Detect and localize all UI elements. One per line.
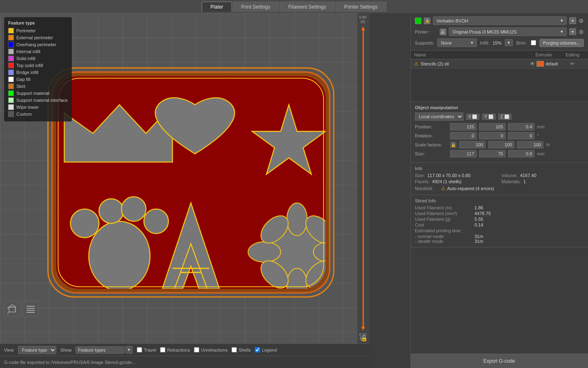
right-panel: 🔒 Verbatim BVOH ▾ ▾ ⚙ Printer : 🖨 Origin… <box>410 13 588 368</box>
size-unit: mm <box>537 151 547 156</box>
view-select[interactable]: Feature type <box>18 346 56 354</box>
svg-point-18 <box>248 242 281 262</box>
legend-top-solid-infill: Top solid infill <box>8 63 68 68</box>
printer-settings-dropdown[interactable]: ▾ <box>569 28 576 35</box>
object-list-section: Name Extruder Editing ⚠ Stencils (2).stl… <box>411 51 588 102</box>
edit-icon[interactable]: ✏ <box>570 61 575 67</box>
manipulation-title: Object manipulation <box>415 105 584 110</box>
scale-z-input[interactable] <box>517 141 543 148</box>
used-filament-mm3-value: 4478.75 <box>474 211 491 216</box>
rotation-z-input[interactable] <box>508 132 535 139</box>
purging-volumes-button[interactable]: Purging volumes... <box>539 39 584 47</box>
info-grid: Size: 117.00 x 75.00 x 0.80 Volume: 4167… <box>415 173 584 184</box>
printer-icon: 🖨 <box>440 29 446 35</box>
est-time-label: Estimated printing time: <box>415 228 472 233</box>
svg-marker-26 <box>9 305 16 307</box>
shells-checkbox[interactable] <box>232 347 237 352</box>
filament-lock-icon: 🔒 <box>424 18 430 24</box>
filament-section: 🔒 Verbatim BVOH ▾ ▾ ⚙ Printer : 🖨 Origin… <box>411 13 588 51</box>
3d-viewport[interactable]: Feature type Perimeter External perimete… <box>0 13 370 343</box>
filament-gear-button[interactable]: ⚙ <box>579 18 584 24</box>
svg-point-10 <box>70 209 99 238</box>
legend-checkbox[interactable] <box>255 347 260 352</box>
rotation-row: Rotation: ° <box>415 132 584 139</box>
tab-print-settings[interactable]: Print Settings <box>233 2 279 12</box>
printer-gear-button[interactable]: ⚙ <box>579 29 584 35</box>
position-label: Position: <box>415 124 448 129</box>
legend-color-gap-fill <box>8 76 14 82</box>
retractions-checkbox[interactable] <box>160 347 165 352</box>
3d-view-button[interactable] <box>4 301 20 317</box>
legend-color-perimeter <box>8 28 14 34</box>
cost-value: 0.14 <box>474 222 483 227</box>
infill-dropdown-btn[interactable]: ▾ <box>505 39 513 46</box>
legend-perimeter: Perimeter <box>8 28 68 34</box>
used-filament-g-label: Used Filament (g) <box>415 217 472 222</box>
legend-title: Feature type <box>8 20 68 25</box>
size-x-input[interactable] <box>450 150 477 157</box>
unretractions-checkbox[interactable] <box>194 347 199 352</box>
status-bar: G-code file exported to /Volumes/PRUSA/6… <box>0 356 370 368</box>
layers-view-button[interactable] <box>22 301 39 317</box>
export-gcode-button[interactable]: Export G-code <box>410 354 588 368</box>
scale-x-input[interactable] <box>459 141 486 148</box>
coordinate-system-select[interactable]: Local coordinates <box>415 112 463 121</box>
rotation-y-input[interactable] <box>479 132 506 139</box>
legend-gap-fill: Gap fill <box>8 76 68 82</box>
rotation-x-input[interactable] <box>450 132 477 139</box>
filament-dropdown[interactable]: Verbatim BVOH ▾ <box>433 16 567 25</box>
position-y-input[interactable] <box>479 123 506 130</box>
travel-checkbox[interactable] <box>137 347 142 352</box>
object-name: ⚠ Stencils (2).stl <box>414 61 528 67</box>
col-header-extruder: Extruder <box>528 52 560 57</box>
scale-unit: % <box>546 142 556 147</box>
printer-dropdown[interactable]: Original Prusa i3 MK3S MMU2S ▾ <box>449 27 567 36</box>
warning-icon: ⚠ <box>414 61 419 67</box>
brim-checkbox[interactable] <box>531 40 536 45</box>
travel-checkbox-group: Travel <box>137 347 156 352</box>
used-filament-mm3-label: Used Filament (mm³) <box>415 211 472 216</box>
size-z-input[interactable] <box>508 150 535 157</box>
position-x-input[interactable] <box>450 123 477 130</box>
filament-settings-dropdown[interactable]: ▾ <box>569 17 576 24</box>
legend-color-top-solid-infill <box>8 63 14 68</box>
y-axis-button[interactable]: Y ⬜ <box>482 114 495 120</box>
scale-lock-icon[interactable]: 🔒 <box>450 141 457 148</box>
feature-type-legend: Feature type Perimeter External perimete… <box>4 17 72 121</box>
object-manipulation-section: Object manipulation Local coordinates X … <box>411 102 588 163</box>
supports-dropdown[interactable]: None ▾ <box>437 38 477 47</box>
size-y-input[interactable] <box>479 150 506 157</box>
extruder-swatch <box>537 61 544 67</box>
visibility-eye-icon[interactable]: 👁 <box>530 61 535 67</box>
travel-label: Travel <box>144 348 156 352</box>
position-z-input[interactable] <box>508 123 535 130</box>
printer-row: Printer : 🖨 Original Prusa i3 MK3S MMU2S… <box>415 27 584 36</box>
position-unit: mm <box>537 124 547 129</box>
scale-y-input[interactable] <box>488 141 514 148</box>
legend-label: Legend <box>262 348 277 352</box>
used-filament-m-row: Used Filament (m) 1.86 <box>415 205 584 210</box>
normal-mode-value: 31m <box>474 234 483 239</box>
unretractions-label: Unretractions <box>201 348 227 352</box>
z-axis-button[interactable]: Z ⬜ <box>498 114 512 120</box>
brim-label: Brim: <box>516 40 527 45</box>
ruler-top-value: 0.80 (4) <box>357 15 368 24</box>
cost-row: Cost 0.14 <box>415 222 584 227</box>
info-facets-row: Facets: 4924 (1 shells) <box>415 179 497 184</box>
tab-printer-settings[interactable]: Printer Settings <box>336 2 386 12</box>
infill-label: Infill: <box>480 40 490 45</box>
table-row[interactable]: ⚠ Stencils (2).stl 👁 default ✏ <box>411 59 588 69</box>
show-input[interactable] <box>76 346 125 354</box>
size-row: Size: mm <box>415 150 584 157</box>
legend-support-material: Support material <box>8 90 68 96</box>
tab-plater[interactable]: Plater <box>202 2 232 12</box>
show-dropdown-btn[interactable]: ▾ <box>125 346 133 354</box>
used-filament-m-value: 1.86 <box>474 205 483 210</box>
status-text: G-code file exported to /Volumes/PRUSA/6… <box>4 360 136 365</box>
ruler-settings-icon[interactable]: ⚙ <box>359 335 365 341</box>
legend-color-skirt <box>8 83 14 89</box>
view-label: View <box>4 348 14 352</box>
x-axis-button[interactable]: X ⬜ <box>466 114 479 120</box>
tab-filament-settings[interactable]: Filament Settings <box>280 2 335 12</box>
shells-checkbox-group: Shells <box>232 347 251 352</box>
